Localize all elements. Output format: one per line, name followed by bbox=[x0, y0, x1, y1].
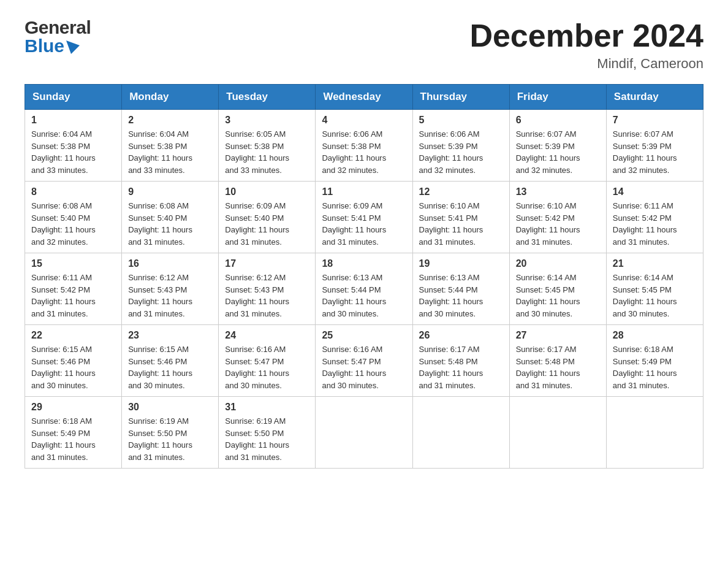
calendar-day-8: 8Sunrise: 6:08 AMSunset: 5:40 PMDaylight… bbox=[25, 182, 122, 253]
day-number: 6 bbox=[516, 115, 600, 126]
day-info: Sunrise: 6:06 AMSunset: 5:38 PMDaylight:… bbox=[322, 128, 406, 176]
day-number: 30 bbox=[128, 402, 212, 413]
day-info: Sunrise: 6:19 AMSunset: 5:50 PMDaylight:… bbox=[225, 415, 309, 463]
day-info: Sunrise: 6:05 AMSunset: 5:38 PMDaylight:… bbox=[225, 128, 309, 176]
day-info: Sunrise: 6:11 AMSunset: 5:42 PMDaylight:… bbox=[613, 200, 697, 248]
calendar-day-23: 23Sunrise: 6:15 AMSunset: 5:46 PMDayligh… bbox=[122, 325, 219, 397]
calendar-day-1: 1Sunrise: 6:04 AMSunset: 5:38 PMDaylight… bbox=[25, 110, 122, 182]
day-info: Sunrise: 6:04 AMSunset: 5:38 PMDaylight:… bbox=[128, 128, 212, 176]
logo: General Blue bbox=[25, 18, 91, 55]
day-number: 9 bbox=[128, 186, 212, 197]
day-number: 15 bbox=[31, 258, 115, 269]
day-number: 24 bbox=[225, 330, 309, 341]
calendar-week-2: 8Sunrise: 6:08 AMSunset: 5:40 PMDaylight… bbox=[25, 182, 703, 253]
header-wednesday: Wednesday bbox=[316, 85, 412, 110]
day-info: Sunrise: 6:11 AMSunset: 5:42 PMDaylight:… bbox=[31, 272, 115, 320]
calendar-day-28: 28Sunrise: 6:18 AMSunset: 5:49 PMDayligh… bbox=[606, 325, 703, 397]
header-friday: Friday bbox=[509, 85, 606, 110]
day-number: 18 bbox=[322, 258, 406, 269]
calendar-day-20: 20Sunrise: 6:14 AMSunset: 5:45 PMDayligh… bbox=[509, 253, 606, 325]
day-info: Sunrise: 6:07 AMSunset: 5:39 PMDaylight:… bbox=[516, 128, 600, 176]
logo-blue-text: Blue bbox=[25, 37, 64, 55]
day-info: Sunrise: 6:18 AMSunset: 5:49 PMDaylight:… bbox=[31, 415, 115, 463]
day-info: Sunrise: 6:08 AMSunset: 5:40 PMDaylight:… bbox=[128, 200, 212, 248]
calendar-day-7: 7Sunrise: 6:07 AMSunset: 5:39 PMDaylight… bbox=[606, 110, 703, 182]
day-number: 16 bbox=[128, 258, 212, 269]
svg-marker-0 bbox=[66, 40, 80, 54]
title-section: December 2024 Mindif, Cameroon bbox=[469, 18, 703, 72]
day-info: Sunrise: 6:14 AMSunset: 5:45 PMDaylight:… bbox=[516, 272, 600, 320]
day-info: Sunrise: 6:04 AMSunset: 5:38 PMDaylight:… bbox=[31, 128, 115, 176]
calendar-day-21: 21Sunrise: 6:14 AMSunset: 5:45 PMDayligh… bbox=[606, 253, 703, 325]
day-number: 31 bbox=[225, 402, 309, 413]
empty-cell bbox=[412, 397, 509, 469]
calendar-day-3: 3Sunrise: 6:05 AMSunset: 5:38 PMDaylight… bbox=[219, 110, 316, 182]
day-info: Sunrise: 6:16 AMSunset: 5:47 PMDaylight:… bbox=[225, 343, 309, 391]
page-header: General Blue December 2024 Mindif, Camer… bbox=[25, 18, 703, 72]
calendar-day-19: 19Sunrise: 6:13 AMSunset: 5:44 PMDayligh… bbox=[412, 253, 509, 325]
calendar-day-26: 26Sunrise: 6:17 AMSunset: 5:48 PMDayligh… bbox=[412, 325, 509, 397]
day-number: 14 bbox=[613, 186, 697, 197]
calendar-week-3: 15Sunrise: 6:11 AMSunset: 5:42 PMDayligh… bbox=[25, 253, 703, 325]
calendar-table: Sunday Monday Tuesday Wednesday Thursday… bbox=[25, 84, 703, 469]
day-number: 2 bbox=[128, 115, 212, 126]
header-monday: Monday bbox=[122, 85, 219, 110]
day-info: Sunrise: 6:12 AMSunset: 5:43 PMDaylight:… bbox=[225, 272, 309, 320]
day-info: Sunrise: 6:13 AMSunset: 5:44 PMDaylight:… bbox=[419, 272, 503, 320]
day-info: Sunrise: 6:15 AMSunset: 5:46 PMDaylight:… bbox=[128, 343, 212, 391]
day-number: 10 bbox=[225, 186, 309, 197]
day-number: 5 bbox=[419, 115, 503, 126]
day-info: Sunrise: 6:12 AMSunset: 5:43 PMDaylight:… bbox=[128, 272, 212, 320]
calendar-day-29: 29Sunrise: 6:18 AMSunset: 5:49 PMDayligh… bbox=[25, 397, 122, 469]
day-info: Sunrise: 6:17 AMSunset: 5:48 PMDaylight:… bbox=[419, 343, 503, 391]
day-info: Sunrise: 6:10 AMSunset: 5:42 PMDaylight:… bbox=[516, 200, 600, 248]
empty-cell bbox=[316, 397, 412, 469]
calendar-day-12: 12Sunrise: 6:10 AMSunset: 5:41 PMDayligh… bbox=[412, 182, 509, 253]
calendar-day-14: 14Sunrise: 6:11 AMSunset: 5:42 PMDayligh… bbox=[606, 182, 703, 253]
day-number: 17 bbox=[225, 258, 309, 269]
day-number: 26 bbox=[419, 330, 503, 341]
calendar-day-10: 10Sunrise: 6:09 AMSunset: 5:40 PMDayligh… bbox=[219, 182, 316, 253]
month-title: December 2024 bbox=[469, 18, 703, 53]
calendar-day-2: 2Sunrise: 6:04 AMSunset: 5:38 PMDaylight… bbox=[122, 110, 219, 182]
calendar-week-1: 1Sunrise: 6:04 AMSunset: 5:38 PMDaylight… bbox=[25, 110, 703, 182]
empty-cell bbox=[509, 397, 606, 469]
header-tuesday: Tuesday bbox=[219, 85, 316, 110]
calendar-day-25: 25Sunrise: 6:16 AMSunset: 5:47 PMDayligh… bbox=[316, 325, 412, 397]
day-info: Sunrise: 6:06 AMSunset: 5:39 PMDaylight:… bbox=[419, 128, 503, 176]
header-saturday: Saturday bbox=[606, 85, 703, 110]
day-number: 7 bbox=[613, 115, 697, 126]
location: Mindif, Cameroon bbox=[469, 56, 703, 72]
day-info: Sunrise: 6:09 AMSunset: 5:41 PMDaylight:… bbox=[322, 200, 406, 248]
calendar-day-13: 13Sunrise: 6:10 AMSunset: 5:42 PMDayligh… bbox=[509, 182, 606, 253]
day-number: 1 bbox=[31, 115, 115, 126]
day-number: 28 bbox=[613, 330, 697, 341]
calendar-week-5: 29Sunrise: 6:18 AMSunset: 5:49 PMDayligh… bbox=[25, 397, 703, 469]
day-number: 22 bbox=[31, 330, 115, 341]
logo-arrow-icon bbox=[66, 40, 80, 54]
header-thursday: Thursday bbox=[412, 85, 509, 110]
calendar-day-18: 18Sunrise: 6:13 AMSunset: 5:44 PMDayligh… bbox=[316, 253, 412, 325]
day-number: 12 bbox=[419, 186, 503, 197]
calendar-day-17: 17Sunrise: 6:12 AMSunset: 5:43 PMDayligh… bbox=[219, 253, 316, 325]
day-info: Sunrise: 6:14 AMSunset: 5:45 PMDaylight:… bbox=[613, 272, 697, 320]
calendar-day-5: 5Sunrise: 6:06 AMSunset: 5:39 PMDaylight… bbox=[412, 110, 509, 182]
day-number: 29 bbox=[31, 402, 115, 413]
calendar-day-11: 11Sunrise: 6:09 AMSunset: 5:41 PMDayligh… bbox=[316, 182, 412, 253]
day-number: 23 bbox=[128, 330, 212, 341]
calendar-week-4: 22Sunrise: 6:15 AMSunset: 5:46 PMDayligh… bbox=[25, 325, 703, 397]
day-number: 20 bbox=[516, 258, 600, 269]
day-info: Sunrise: 6:15 AMSunset: 5:46 PMDaylight:… bbox=[31, 343, 115, 391]
calendar-day-16: 16Sunrise: 6:12 AMSunset: 5:43 PMDayligh… bbox=[122, 253, 219, 325]
calendar-day-24: 24Sunrise: 6:16 AMSunset: 5:47 PMDayligh… bbox=[219, 325, 316, 397]
day-info: Sunrise: 6:13 AMSunset: 5:44 PMDaylight:… bbox=[322, 272, 406, 320]
day-number: 27 bbox=[516, 330, 600, 341]
day-number: 8 bbox=[31, 186, 115, 197]
day-info: Sunrise: 6:10 AMSunset: 5:41 PMDaylight:… bbox=[419, 200, 503, 248]
day-info: Sunrise: 6:08 AMSunset: 5:40 PMDaylight:… bbox=[31, 200, 115, 248]
calendar-header-row: Sunday Monday Tuesday Wednesday Thursday… bbox=[25, 85, 703, 110]
day-number: 11 bbox=[322, 186, 406, 197]
day-number: 21 bbox=[613, 258, 697, 269]
day-info: Sunrise: 6:07 AMSunset: 5:39 PMDaylight:… bbox=[613, 128, 697, 176]
calendar-day-9: 9Sunrise: 6:08 AMSunset: 5:40 PMDaylight… bbox=[122, 182, 219, 253]
